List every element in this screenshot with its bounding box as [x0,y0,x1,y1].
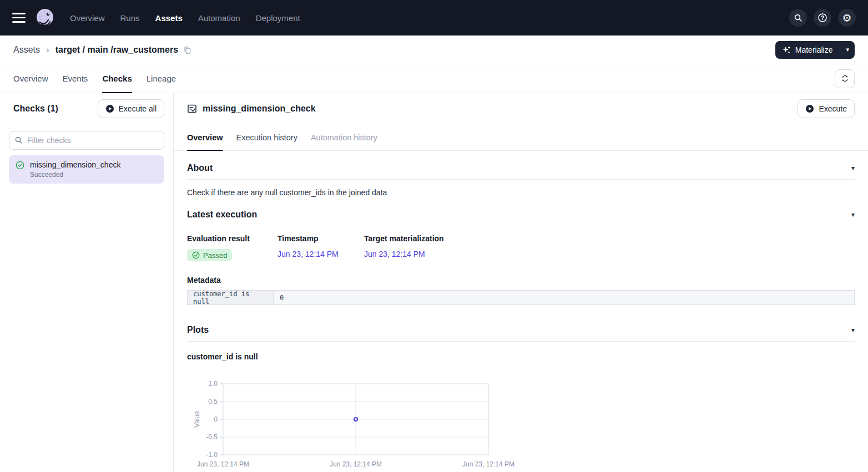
nav-assets[interactable]: Assets [155,13,183,23]
metadata-heading: Metadata [187,276,855,285]
gear-icon: ⚙ [842,13,851,23]
copy-icon [183,45,191,54]
nav-runs[interactable]: Runs [120,13,140,23]
copy-button[interactable] [183,45,191,54]
breadcrumb-asset-path[interactable]: target / main / [55,45,113,55]
collapse-latest-execution-icon[interactable]: ▾ [851,211,855,219]
play-circle-icon [805,104,814,113]
col-target-materialization: Target materialization [364,234,444,243]
value-plot: 1.00.50-0.5-1.0Jun 23, 12:14 PMJun 23, 1… [191,380,855,471]
checks-sidebar: Checks (1) Execute all [0,93,174,471]
materialize-button[interactable]: Materialize [775,41,840,59]
filter-search-icon [14,136,23,146]
execute-all-button[interactable]: Execute all [98,99,164,118]
check-title: missing_dimension_check [203,104,316,114]
chevron-down-icon: ▾ [846,46,849,53]
filter-checks-input[interactable] [9,131,164,150]
refresh-button[interactable] [835,69,855,88]
tab-automation-history[interactable]: Automation history [311,124,377,150]
check-description: Check if there are any null customer_ids… [187,187,855,197]
materialize-label: Materialize [795,45,833,54]
metadata-table: customer_id is null 0 [187,290,855,305]
search-button[interactable] [789,9,807,27]
collapse-plots-icon[interactable]: ▾ [851,326,855,334]
svg-text:Jun 23, 12:14 PM: Jun 23, 12:14 PM [197,460,249,468]
check-list-item[interactable]: missing_dimension_check Succeeded [9,155,164,184]
nav-deployment[interactable]: Deployment [256,13,300,23]
dagster-logo[interactable] [34,7,55,28]
about-section-header: About ▾ [187,151,855,180]
breadcrumb-asset-name: raw_customers [113,45,178,55]
asset-tabs: Overview Events Checks Lineage [0,64,868,93]
svg-text:-0.5: -0.5 [206,433,218,441]
svg-text:0.5: 0.5 [208,398,218,405]
svg-text:1.0: 1.0 [208,380,218,388]
about-heading: About [187,163,213,173]
nav-automation[interactable]: Automation [198,13,240,23]
svg-text:Jun 23, 12:14 PM: Jun 23, 12:14 PM [462,460,514,468]
svg-text:-1.0: -1.0 [206,451,218,459]
materialize-split-button: Materialize ▾ [775,41,855,59]
latest-execution-table: Evaluation result Passed Timestamp Jun 2… [187,234,855,261]
tab-checks[interactable]: Checks [102,64,132,93]
refresh-icon [841,74,849,83]
materialize-dropdown-button[interactable]: ▾ [840,41,855,59]
svg-text:?: ? [821,15,824,21]
breadcrumb-assets-link[interactable]: Assets [13,45,40,55]
search-icon [794,13,803,22]
svg-text:Jun 23, 12:14 PM: Jun 23, 12:14 PM [330,460,382,468]
check-detail-panel: missing_dimension_check Execute Overview… [174,93,868,471]
tab-overview[interactable]: Overview [13,64,48,93]
col-evaluation-result: Evaluation result [187,234,277,243]
breadcrumb: Assets › target / main / raw_customers M… [0,35,868,64]
scatter-chart: 1.00.50-0.5-1.0Jun 23, 12:14 PMJun 23, 1… [191,380,536,471]
sparkle-icon [783,45,791,54]
tab-events[interactable]: Events [63,64,88,93]
plots-section-header: Plots ▾ [187,305,855,342]
play-circle-icon [105,104,114,113]
check-name: missing_dimension_check [30,160,120,169]
primary-nav: Overview Runs Assets Automation Deployme… [70,13,300,23]
top-nav-bar: Overview Runs Assets Automation Deployme… [0,0,868,35]
checks-count-title: Checks (1) [13,104,58,114]
check-definition-icon [187,104,197,114]
tab-check-overview[interactable]: Overview [187,124,223,150]
col-timestamp: Timestamp [277,234,364,243]
menu-icon[interactable] [12,13,26,23]
tab-execution-history[interactable]: Execution history [236,124,297,150]
timestamp-link[interactable]: Jun 23, 12:14 PM [277,250,339,258]
target-materialization-link[interactable]: Jun 23, 12:14 PM [364,250,425,258]
latest-execution-section-header: Latest execution ▾ [187,197,855,226]
settings-button[interactable]: ⚙ [838,9,856,27]
check-status: Succeeded [30,171,120,179]
passed-check-icon [192,251,200,259]
metadata-key: customer_id is null [188,291,274,304]
metadata-value: 0 [274,291,854,304]
breadcrumb-separator-icon: › [46,45,49,54]
collapse-about-icon[interactable]: ▾ [851,164,855,172]
svg-text:0: 0 [214,415,218,423]
latest-execution-heading: Latest execution [187,210,257,220]
help-icon: ? [817,13,827,23]
plot-title: customer_id is null [187,352,855,361]
nav-overview[interactable]: Overview [70,13,105,23]
passed-badge: Passed [187,249,232,261]
check-success-icon [16,161,24,179]
tab-lineage[interactable]: Lineage [147,64,176,93]
check-detail-tabs: Overview Execution history Automation hi… [174,124,868,151]
svg-text:Value: Value [193,411,201,428]
help-button[interactable]: ? [814,9,831,27]
execute-button[interactable]: Execute [798,99,855,118]
plots-heading: Plots [187,325,209,335]
